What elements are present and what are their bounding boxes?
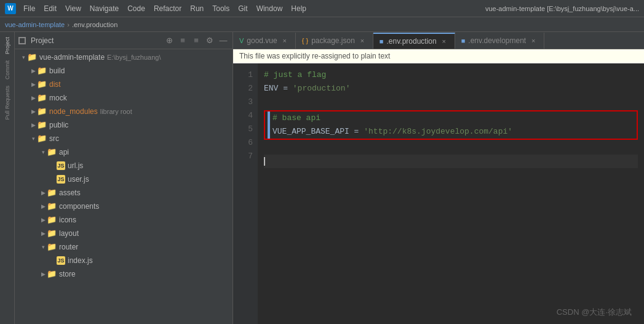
menu-git[interactable]: Git	[234, 3, 251, 14]
side-icon-commit[interactable]: Commit	[3, 58, 12, 82]
code-string-2: 'production'	[293, 82, 351, 95]
tree-url-js-label: url.js	[68, 161, 83, 170]
toolbar-list2-icon[interactable]: ≡	[191, 35, 202, 46]
project-toolbar: Project ⊕ ≡ ≡ ⚙ —	[15, 32, 233, 49]
folder-icon-layout: 📁	[47, 230, 57, 237]
highlighted-block: # base api VUE_APP_BASE_API = 'http://k8…	[264, 110, 638, 140]
tree-layout[interactable]: ▶ 📁 layout	[15, 227, 233, 240]
main-layout: Project Commit Pull Requests Project ⊕ ≡…	[0, 32, 644, 324]
tree-user-js-label: user.js	[68, 175, 89, 184]
tree-node-modules[interactable]: ▶ 📁 node_modules library root	[15, 105, 233, 118]
folder-icon-api: 📁	[47, 148, 57, 156]
folder-icon-components: 📁	[47, 203, 57, 210]
tab-env-development[interactable]: ■ .env.development ×	[455, 33, 545, 49]
folder-icon-src: 📁	[37, 135, 47, 142]
line-num-3: 3	[233, 95, 253, 109]
tree-dist[interactable]: ▶ 📁 dist	[15, 78, 233, 91]
tab-env-production-label: .env.production	[387, 37, 437, 46]
tab-icon-env-development: ■	[461, 37, 466, 44]
tab-env-production[interactable]: ■ .env.production ×	[373, 33, 455, 49]
folder-icon-icons: 📁	[47, 216, 57, 224]
tab-close-good-vue[interactable]: ×	[280, 36, 289, 45]
menu-navigate[interactable]: Navigate	[86, 3, 122, 14]
tab-good-vue[interactable]: V good.vue ×	[233, 33, 296, 49]
code-content[interactable]: # just a flag ENV = 'production' # base …	[258, 63, 644, 324]
line-num-6: 6	[233, 136, 253, 150]
folder-icon-mock: 📁	[37, 94, 47, 102]
tab-close-package-json[interactable]: ×	[358, 36, 367, 45]
code-line-1: # just a flag	[264, 68, 638, 82]
menu-edit[interactable]: Edit	[40, 3, 60, 14]
code-line-5: VUE_APP_BASE_API = 'http://k8s.joydevelo…	[265, 125, 637, 139]
tree-mock-label: mock	[49, 94, 67, 102]
tab-package-json[interactable]: { } package.json ×	[296, 33, 373, 49]
tree-mock[interactable]: ▶ 📁 mock	[15, 91, 233, 105]
tree-node-modules-hint: library root	[100, 108, 132, 115]
tree-build[interactable]: ▶ 📁 build	[15, 64, 233, 78]
breadcrumb-bar: vue-admin-template › .env.production	[0, 17, 644, 32]
breadcrumb-part2[interactable]: .env.production	[72, 21, 117, 28]
code-string-5: 'http://k8s.joydevelop.com/api'	[364, 125, 512, 139]
menu-view[interactable]: View	[62, 3, 85, 14]
toolbar-list-icon[interactable]: ≡	[177, 35, 188, 46]
tree-root-path: E:\bysj_fuzhuang\	[107, 54, 161, 61]
app-logo: W	[5, 3, 16, 14]
project-panel: Project ⊕ ≡ ≡ ⚙ — ▾ 📁 vue-admin-template…	[15, 32, 233, 324]
tree-components-label: components	[59, 202, 99, 211]
js-icon-user: JS	[57, 175, 65, 184]
code-plain-2: ENV =	[264, 82, 293, 95]
tree-src[interactable]: ▾ 📁 src	[15, 132, 233, 145]
menu-run[interactable]: Run	[186, 3, 207, 14]
toolbar-settings-icon[interactable]: ⚙	[204, 35, 215, 46]
tree-router-index-js[interactable]: JS index.js	[15, 254, 233, 267]
folder-icon-store: 📁	[47, 270, 57, 278]
menu-tools[interactable]: Tools	[209, 3, 233, 14]
side-icon-project[interactable]: Project	[3, 34, 12, 57]
line-num-5: 5	[233, 123, 253, 136]
tab-icon-vue: V	[239, 37, 244, 44]
tree-components[interactable]: ▶ 📁 components	[15, 200, 233, 213]
folder-icon-assets: 📁	[47, 189, 57, 196]
tree-assets-label: assets	[59, 188, 81, 197]
tree-icons[interactable]: ▶ 📁 icons	[15, 213, 233, 227]
line-numbers: 1 2 3 4 5 6 7	[233, 63, 258, 324]
toolbar-minimize-icon[interactable]: —	[218, 35, 229, 46]
tree-root-label: vue-admin-template	[39, 53, 105, 62]
menu-code[interactable]: Code	[124, 3, 149, 14]
tree-root[interactable]: ▾ 📁 vue-admin-template E:\bysj_fuzhuang\	[15, 51, 233, 64]
blue-bar-5	[268, 125, 270, 139]
folder-icon-root: 📁	[27, 54, 37, 61]
tree-dist-label: dist	[49, 80, 61, 89]
tab-close-env-production[interactable]: ×	[440, 37, 448, 46]
tree-public[interactable]: ▶ 📁 public	[15, 118, 233, 132]
tree-store[interactable]: ▶ 📁 store	[15, 267, 233, 281]
line-num-4: 4	[233, 109, 253, 123]
tab-package-json-label: package.json	[311, 36, 355, 45]
menu-refactor[interactable]: Refactor	[150, 3, 185, 14]
menu-window[interactable]: Window	[253, 3, 287, 14]
title-bar: W File Edit View Navigate Code Refactor …	[0, 0, 644, 17]
tree-api[interactable]: ▾ 📁 api	[15, 145, 233, 159]
editor-area: V good.vue × { } package.json × ■ .env.p…	[233, 32, 644, 324]
tree-router[interactable]: ▾ 📁 router	[15, 240, 233, 254]
tree-url-js[interactable]: JS url.js	[15, 159, 233, 172]
tab-env-development-label: .env.development	[468, 36, 526, 45]
tree-user-js[interactable]: JS user.js	[15, 172, 233, 186]
code-editor[interactable]: 1 2 3 4 5 6 7 # just a flag ENV = 'produ…	[233, 63, 644, 324]
code-line-4: # base api	[265, 111, 637, 125]
tree-assets[interactable]: ▶ 📁 assets	[15, 186, 233, 200]
line-num-2: 2	[233, 82, 253, 95]
info-bar: This file was explicitly re-assigned to …	[233, 49, 644, 63]
breadcrumb-part1[interactable]: vue-admin-template	[5, 21, 65, 28]
code-comment-4: # base api	[272, 111, 320, 125]
tab-close-env-development[interactable]: ×	[529, 36, 538, 45]
window-title: vue-admin-template [E:\bysj_fuzhuang\bys…	[485, 5, 639, 12]
tree-api-label: api	[59, 148, 69, 156]
menu-help[interactable]: Help	[287, 3, 310, 14]
side-icon-pull-requests[interactable]: Pull Requests	[3, 83, 12, 123]
watermark: CSDN @大连·徐志斌	[557, 307, 632, 318]
tree-layout-label: layout	[59, 229, 79, 238]
folder-icon-node-modules: 📁	[37, 108, 47, 115]
menu-file[interactable]: File	[20, 3, 39, 14]
toolbar-add-icon[interactable]: ⊕	[164, 35, 175, 46]
